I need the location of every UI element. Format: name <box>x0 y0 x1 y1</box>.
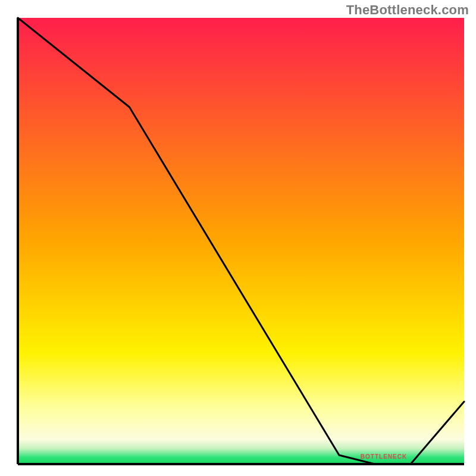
watermark-text: TheBottleneck.com <box>346 2 469 18</box>
chart-svg: BOTTLENECK <box>0 0 476 476</box>
chart-stage: TheBottleneck.com BOTTLENECK <box>0 0 476 476</box>
bottleneck-annotation: BOTTLENECK <box>361 453 407 460</box>
plot-background <box>18 18 464 464</box>
